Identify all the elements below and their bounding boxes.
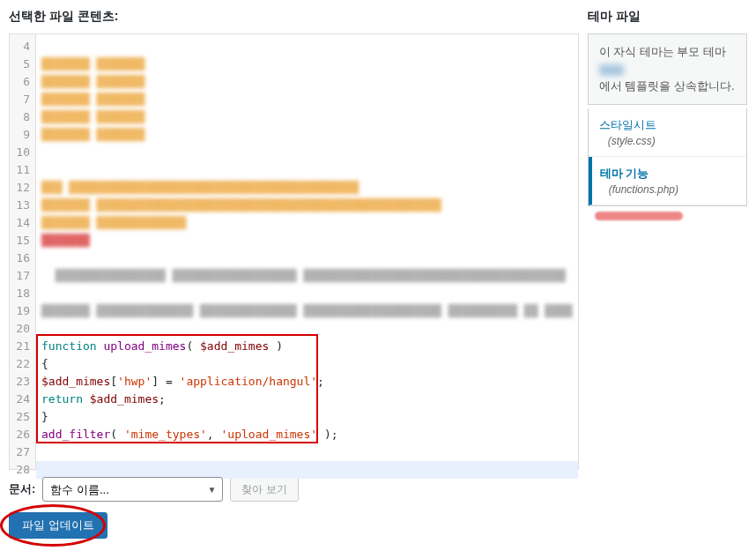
- theme-file-list: 스타일시트 (style.css) 테마 기능 (functions.php): [588, 108, 747, 206]
- theme-inherit-desc: 이 자식 테마는 부모 테마 에서 템플릿을 상속합니다.: [588, 34, 747, 105]
- line-gutter: 4567891011121314151617181920212223242526…: [10, 34, 36, 469]
- docs-label: 문서:: [9, 481, 35, 497]
- file-item-stylesheet[interactable]: 스타일시트 (style.css): [589, 108, 746, 157]
- code-editor[interactable]: 4567891011121314151617181920212223242526…: [9, 34, 579, 470]
- update-file-button[interactable]: 파일 업데이트: [9, 512, 107, 539]
- lookup-button[interactable]: 찾아 보기: [230, 477, 298, 502]
- file-item-functions[interactable]: 테마 기능 (functions.php): [589, 157, 746, 205]
- redacted-item: [595, 212, 683, 220]
- code-content[interactable]: ███████ ███████ ███████ ███████ ███████ …: [36, 34, 578, 469]
- theme-files-heading: 테마 파일: [588, 9, 747, 25]
- content-heading: 선택한 파일 콘텐츠:: [9, 9, 579, 25]
- parent-theme-link[interactable]: [599, 64, 624, 76]
- function-select[interactable]: 함수 이름...: [42, 477, 223, 502]
